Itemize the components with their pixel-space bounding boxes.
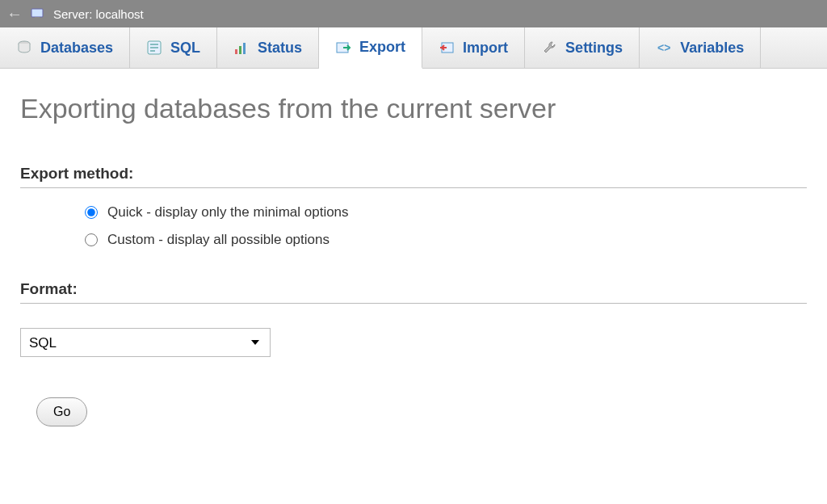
export-icon [335, 40, 351, 56]
back-arrow-icon[interactable]: ← [6, 6, 23, 22]
variables-icon: <> [656, 40, 672, 56]
tab-status[interactable]: Status [217, 27, 319, 68]
svg-text:<>: <> [657, 41, 670, 54]
tab-sql[interactable]: SQL [130, 27, 217, 68]
tabs: Databases SQL Status Export [0, 27, 827, 69]
radio-quick-row[interactable]: Quick - display only the minimal options [85, 204, 807, 220]
import-icon [439, 40, 455, 56]
tab-label: SQL [170, 40, 200, 57]
svg-rect-6 [243, 43, 246, 54]
tab-label: Status [258, 40, 302, 57]
page-title: Exporting databases from the current ser… [20, 93, 807, 124]
tab-variables[interactable]: <> Variables [640, 27, 761, 68]
radio-custom-label: Custom - display all possible options [107, 232, 330, 248]
radio-custom[interactable] [85, 233, 98, 246]
export-method-label: Export method: [20, 165, 807, 188]
tab-databases[interactable]: Databases [0, 27, 130, 68]
tab-label: Variables [680, 40, 744, 57]
tab-export[interactable]: Export [319, 27, 422, 69]
svg-rect-1 [35, 17, 40, 19]
tab-import[interactable]: Import [422, 27, 525, 68]
radio-quick[interactable] [85, 206, 98, 219]
main-content: Exporting databases from the current ser… [0, 69, 827, 451]
server-label: Server: localhost [53, 7, 144, 21]
svg-rect-5 [239, 46, 241, 54]
svg-rect-4 [235, 49, 237, 54]
sql-icon [146, 40, 162, 56]
svg-rect-0 [31, 9, 43, 17]
database-icon [16, 40, 32, 56]
format-label: Format: [20, 280, 807, 304]
tab-label: Import [463, 40, 508, 57]
topbar: ← Server: localhost [0, 0, 827, 27]
radio-custom-row[interactable]: Custom - display all possible options [85, 232, 807, 248]
tab-settings[interactable]: Settings [525, 27, 640, 68]
format-select[interactable]: SQL [20, 328, 271, 357]
tab-label: Databases [40, 40, 113, 57]
radio-quick-label: Quick - display only the minimal options [107, 204, 349, 220]
server-icon [31, 7, 45, 20]
tab-label: Export [359, 39, 405, 56]
wrench-icon [541, 40, 557, 56]
tab-label: Settings [565, 40, 623, 57]
status-icon [233, 40, 250, 56]
export-method-group: Quick - display only the minimal options… [85, 204, 807, 248]
go-button[interactable]: Go [36, 397, 87, 426]
